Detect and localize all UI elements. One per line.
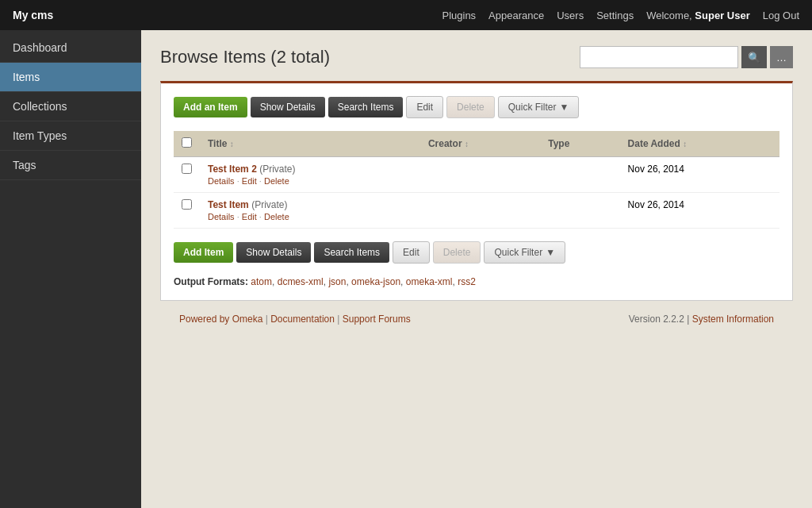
row2-title-link[interactable]: Test Item [208, 199, 249, 210]
sidebar-item-collections[interactable]: Collections [0, 92, 141, 121]
row1-checkbox[interactable] [182, 164, 192, 174]
version-text: Version 2.2.2 | [629, 314, 690, 325]
support-forums-link[interactable]: Support Forums [343, 314, 411, 325]
row1-details-link[interactable]: Details [208, 176, 235, 186]
row1-title-cell: Test Item 2 (Private) Details · Edit · D… [200, 157, 420, 193]
delete-button-top[interactable]: Delete [446, 96, 495, 118]
nav-appearance[interactable]: Appearance [488, 10, 544, 21]
select-all-checkbox[interactable] [182, 137, 192, 148]
toolbar-top: Add an Item Show Details Search Items Ed… [174, 96, 779, 118]
output-formats-label: Output Formats: [174, 276, 248, 287]
format-omeka-json[interactable]: omeka-json [351, 276, 400, 287]
system-info-link[interactable]: System Information [692, 314, 774, 325]
main-content: Browse Items (2 total) 🔍 … Add an Item S… [141, 30, 812, 508]
row2-checkbox[interactable] [182, 199, 192, 210]
row2-actions: Details · Edit · Delete [208, 212, 412, 221]
add-item-button-bottom[interactable]: Add Item [174, 242, 233, 263]
row2-details-link[interactable]: Details [208, 212, 235, 221]
row1-delete-link[interactable]: Delete [264, 176, 289, 186]
top-navigation: My cms Plugins Appearance Users Settings… [0, 0, 812, 30]
nav-links: Plugins Appearance Users Settings Welcom… [442, 10, 799, 21]
sidebar-item-tags[interactable]: Tags [0, 151, 141, 180]
quick-filter-button-bottom[interactable]: Quick Filter ▼ [484, 241, 565, 264]
show-details-button-top[interactable]: Show Details [251, 97, 325, 117]
table-row: Test Item (Private) Details · Edit · Del… [174, 193, 779, 229]
row2-type-cell [540, 193, 619, 229]
date-sort-icon[interactable]: ↕ [683, 140, 687, 148]
sidebar: Dashboard Items Collections Item Types T… [0, 30, 141, 508]
format-dcmes-xml[interactable]: dcmes-xml [278, 276, 324, 287]
format-json[interactable]: json [328, 276, 346, 287]
footer-right: Version 2.2.2 | System Information [629, 314, 774, 325]
dropdown-arrow-icon-bottom: ▼ [546, 247, 555, 258]
search-items-button-bottom[interactable]: Search Items [314, 242, 389, 263]
table-body: Test Item 2 (Private) Details · Edit · D… [174, 157, 779, 229]
table-header: Title ↕ Creator ↕ Type Date Added ↕ [174, 131, 779, 157]
row2-delete-link[interactable]: Delete [264, 212, 289, 221]
row1-title-link[interactable]: Test Item 2 [208, 164, 257, 175]
row1-edit-link[interactable]: Edit [242, 176, 257, 186]
quick-filter-button-top[interactable]: Quick Filter ▼ [498, 96, 580, 118]
table-row: Test Item 2 (Private) Details · Edit · D… [174, 157, 779, 193]
show-details-button-bottom[interactable]: Show Details [236, 242, 311, 263]
global-search-button[interactable]: 🔍 [741, 46, 767, 68]
row1-private-label: (Private) [259, 164, 295, 175]
row2-date-cell: Nov 26, 2014 [620, 193, 779, 229]
row2-edit-link[interactable]: Edit [242, 212, 257, 221]
page-title: Browse Items (2 total) [160, 47, 330, 67]
items-table: Title ↕ Creator ↕ Type Date Added ↕ [174, 131, 779, 229]
page-header: Browse Items (2 total) 🔍 … [160, 46, 793, 68]
powered-by-link[interactable]: Powered by Omeka [179, 314, 262, 325]
site-title[interactable]: My cms [13, 9, 53, 21]
toolbar-bottom: Add Item Show Details Search Items Edit … [174, 241, 779, 264]
select-all-header [174, 131, 200, 157]
creator-sort-icon[interactable]: ↕ [465, 140, 469, 148]
nav-users[interactable]: Users [557, 10, 584, 21]
format-atom[interactable]: atom [251, 276, 272, 287]
row1-type-cell [540, 157, 619, 193]
row1-date-cell: Nov 26, 2014 [620, 157, 779, 193]
row2-title-cell: Test Item (Private) Details · Edit · Del… [200, 193, 420, 229]
global-search-more-button[interactable]: … [770, 46, 793, 68]
row1-creator-cell [420, 157, 540, 193]
layout: Dashboard Items Collections Item Types T… [0, 30, 812, 508]
documentation-link[interactable]: Documentation [270, 314, 335, 325]
footer: Powered by Omeka | Documentation | Suppo… [160, 301, 793, 337]
edit-button-bottom[interactable]: Edit [393, 241, 430, 264]
welcome-text: Welcome, Super User [646, 10, 750, 21]
format-omeka-xml[interactable]: omeka-xml [406, 276, 453, 287]
global-search-input[interactable] [580, 46, 738, 68]
row2-creator-cell [420, 193, 540, 229]
delete-button-bottom[interactable]: Delete [433, 241, 481, 264]
content-box: Add an Item Show Details Search Items Ed… [160, 81, 793, 301]
title-sort-icon[interactable]: ↕ [230, 140, 234, 148]
dropdown-arrow-icon: ▼ [559, 102, 569, 113]
sidebar-item-item-types[interactable]: Item Types [0, 121, 141, 151]
format-rss2[interactable]: rss2 [458, 276, 476, 287]
date-added-header: Date Added ↕ [620, 131, 779, 157]
row2-checkbox-cell [174, 193, 200, 229]
nav-settings[interactable]: Settings [596, 10, 634, 21]
add-item-button-top[interactable]: Add an Item [174, 97, 247, 117]
row2-private-label: (Private) [251, 199, 287, 210]
footer-left: Powered by Omeka | Documentation | Suppo… [179, 314, 411, 325]
row1-actions: Details · Edit · Delete [208, 176, 412, 186]
nav-plugins[interactable]: Plugins [442, 10, 476, 21]
title-header: Title ↕ [200, 131, 420, 157]
sidebar-item-items[interactable]: Items [0, 63, 141, 92]
row1-checkbox-cell [174, 157, 200, 193]
username: Super User [695, 10, 749, 21]
creator-header: Creator ↕ [420, 131, 540, 157]
output-formats: Output Formats: atom, dcmes-xml, json, o… [174, 276, 779, 287]
global-search: 🔍 … [580, 46, 793, 68]
sidebar-item-dashboard[interactable]: Dashboard [0, 33, 141, 63]
logout-link[interactable]: Log Out [763, 10, 799, 21]
search-items-button-top[interactable]: Search Items [328, 97, 404, 117]
edit-button-top[interactable]: Edit [406, 96, 443, 118]
type-header: Type [540, 131, 619, 157]
